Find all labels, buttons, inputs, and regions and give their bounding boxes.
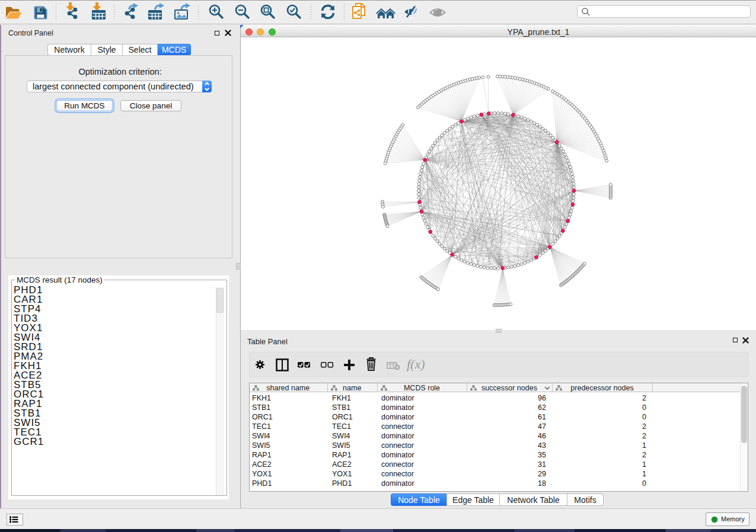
svg-text:f(x): f(x) (407, 357, 425, 371)
